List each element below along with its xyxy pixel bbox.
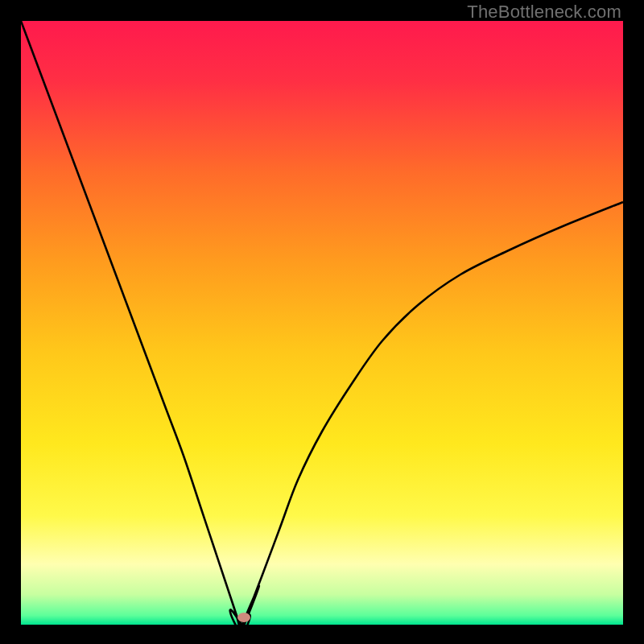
- plot-area: [21, 21, 623, 625]
- chart-frame: TheBottleneck.com: [0, 0, 644, 644]
- bottleneck-curve: [21, 21, 623, 625]
- watermark-text: TheBottleneck.com: [467, 2, 621, 23]
- optimum-marker: [237, 613, 250, 622]
